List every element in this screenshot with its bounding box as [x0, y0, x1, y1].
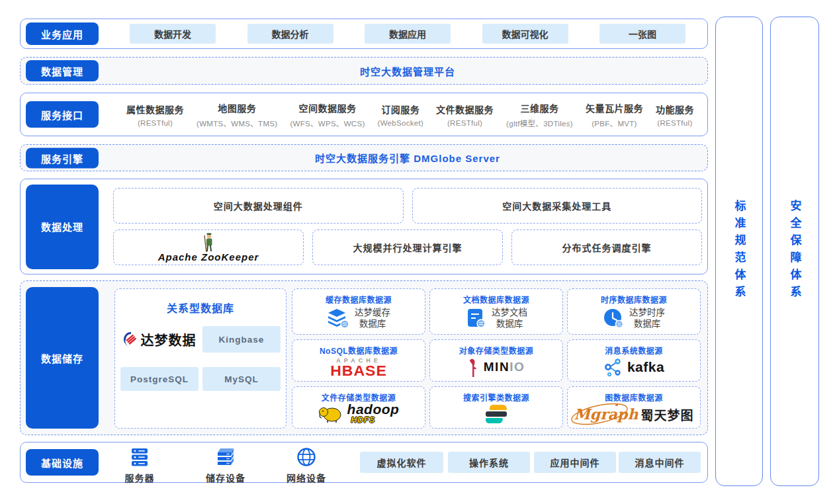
minio-flamingo-icon: [468, 357, 478, 377]
standards-system-text: 标准规范体系: [731, 200, 748, 303]
object-storage-header: 对象存储类型数据源: [459, 345, 534, 356]
search-engine-header: 搜索引擎类数据源: [463, 392, 529, 403]
standards-system-bar: 标准规范体系: [715, 17, 763, 486]
minio-text-solid: MIN: [484, 360, 509, 374]
service-protocol: (WebSocket): [378, 119, 424, 127]
timeseries-db-text: 达梦时序 数据库: [629, 307, 665, 329]
app-middleware-chip: 应用中间件: [534, 452, 616, 473]
section-service-interface: 服务接口 属性数据服务 (RESTful) 地图服务 (WMTS、WMS、TMS…: [20, 93, 708, 136]
data-processing-label: 数据处理: [26, 185, 99, 269]
business-items: 数据开发 数据分析 数据应用 数据可视化 一张图: [113, 19, 702, 48]
zookeeper-label: Apache ZooKeeper: [158, 251, 259, 263]
graph-db-tile: 图数据库数据源 Mgraph 蜀天梦图: [567, 386, 701, 429]
service-interface-label: 服务接口: [26, 101, 99, 128]
service-name: 属性数据服务: [126, 103, 184, 116]
kafka-logo: kafka: [568, 356, 700, 381]
processing-tools-box: 空间大数据采集处理工具: [412, 188, 703, 224]
timeseries-db-body: 达梦时序 数据库: [568, 305, 700, 334]
message-system-tile: 消息系统数据源 kafka: [567, 339, 701, 382]
os-chip: 操作系统: [448, 452, 530, 473]
service-item: 地图服务 (WMTS、WMS、TMS): [197, 101, 277, 128]
mgraph-text: Mgraph: [574, 405, 639, 423]
dameng-swirl-icon: [123, 331, 139, 347]
cache-db-body: 达梦缓存 数据库: [292, 305, 425, 334]
storage-device-label: 储存设备: [196, 471, 255, 484]
hadoop-text: hadoop: [347, 403, 400, 415]
network-device-group: 网络设备: [277, 447, 336, 484]
document-db-line1: 达梦文档: [492, 307, 527, 318]
storage-device-group: 储存设备: [196, 447, 255, 484]
server-group: 服务器: [110, 447, 169, 484]
elastic-bar-middle: [486, 411, 507, 417]
service-protocol: (PBF、MVT): [586, 118, 643, 128]
processing-row-2: Apache ZooKeeper 大规模并行处理计算引擎 分布式任务调度引擎: [113, 230, 702, 265]
file-storage-tile: 文件存储类型数据源 hadoop HDFS: [292, 386, 425, 429]
nosql-db-tile: NoSQL数据库数据源 APACHE HBASE: [292, 339, 425, 382]
document-db-body: 达梦文档 数据库: [430, 305, 562, 334]
service-protocol: (WFS、WPS、WCS): [290, 118, 365, 128]
service-name: 订阅服务: [378, 103, 424, 116]
dameng-logo-text: 达梦数据: [141, 330, 197, 349]
object-storage-tile: 对象存储类型数据源 MINIO: [429, 339, 563, 382]
zookeeper-logo: Apache ZooKeeper: [158, 233, 259, 263]
hbase-logo: APACHE HBASE: [292, 356, 425, 381]
storage-device-icon: [215, 447, 236, 467]
section-data-management: 数据管理 时空大数据管理平台: [20, 57, 708, 85]
relational-db-title: 关系型数据库: [115, 300, 286, 315]
service-name: 三维服务: [506, 101, 573, 114]
service-interface-items: 属性数据服务 (RESTful) 地图服务 (WMTS、WMS、TMS) 空间数…: [118, 93, 702, 136]
cache-db-text: 达梦缓存 数据库: [355, 307, 390, 329]
cache-db-line2: 数据库: [355, 318, 390, 329]
service-item: 文件数据服务 (RESTful): [436, 103, 494, 127]
section-data-storage: 数据储存 关系型数据库 达梦数据 Kingbase: [20, 280, 708, 435]
message-middleware-chip: 消息中间件: [619, 452, 701, 473]
server-icon: [130, 447, 150, 467]
kafka-text: kafka: [627, 359, 664, 375]
kingbase-tile: Kingbase: [202, 326, 281, 353]
postgresql-tile: PostgreSQL: [120, 367, 198, 391]
document-db-text: 达梦文档 数据库: [492, 307, 527, 329]
network-globe-icon: [296, 447, 316, 467]
section-data-processing: 数据处理 空间大数据处理组件 空间大数据采集处理工具: [20, 179, 708, 274]
business-label: 业务应用: [26, 22, 99, 45]
virtualization-chip: 虚拟化软件: [360, 452, 443, 473]
service-item: 三维服务 (gltf模型、3DTiles): [506, 101, 573, 128]
document-db-header: 文档数据库数据源: [463, 294, 529, 305]
nosql-db-header: NoSQL数据库数据源: [320, 345, 398, 356]
service-name: 文件数据服务: [436, 103, 494, 116]
service-item: 属性数据服务 (RESTful): [126, 103, 184, 127]
processing-row-1: 空间大数据处理组件 空间大数据采集处理工具: [113, 188, 702, 224]
service-name: 地图服务: [197, 101, 277, 114]
clock-database-icon: [603, 308, 624, 329]
service-item: 订阅服务 (WebSocket): [378, 103, 424, 127]
service-item: 矢量瓦片服务 (PBF、MVT): [586, 101, 643, 128]
service-name: 空间数据服务: [290, 101, 365, 114]
section-infrastructure: 基础设施 服务器 储存设备: [20, 442, 708, 483]
minio-text-light: IO: [509, 360, 525, 374]
hadoop-logo: hadoop HDFS: [292, 403, 425, 428]
security-system-bar: 安全保障体系: [770, 17, 819, 486]
parallel-engine-box: 大规模并行处理计算引擎: [312, 230, 503, 265]
data-processing-content: 空间大数据处理组件 空间大数据采集处理工具 Apache Z: [113, 179, 702, 274]
minio-text: MINIO: [484, 360, 525, 374]
service-item: 功能服务 (RESTful): [656, 103, 694, 127]
business-item: 数据分析: [247, 24, 333, 44]
service-protocol: (RESTful): [126, 119, 184, 127]
business-item: 数据开发: [130, 24, 216, 44]
document-db-tile: 文档数据库数据源 达梦文档 数据库: [429, 288, 563, 335]
cache-db-line1: 达梦缓存: [355, 307, 390, 318]
relational-db-box: 关系型数据库 达梦数据 Kingbase PostgreSQL MyS: [114, 288, 286, 429]
relational-db-grid: 达梦数据 Kingbase PostgreSQL MySQL: [115, 326, 286, 391]
mysql-tile: MySQL: [202, 367, 281, 391]
elastic-icon: [486, 405, 507, 423]
minio-logo: MINIO: [430, 356, 562, 381]
business-item: 数据可视化: [482, 24, 568, 44]
service-protocol: (RESTful): [656, 119, 694, 127]
data-storage-label: 数据储存: [26, 287, 99, 429]
hbase-text: HBASE: [330, 364, 387, 377]
hadoop-elephant-icon: [318, 405, 342, 423]
service-item: 空间数据服务 (WFS、WPS、WCS): [290, 101, 365, 128]
timeseries-db-header: 时序数据库数据源: [601, 294, 667, 305]
search-engine-tile: 搜索引擎类数据源: [429, 386, 563, 429]
mgraph-wrap: Mgraph 蜀天梦图: [574, 405, 694, 423]
